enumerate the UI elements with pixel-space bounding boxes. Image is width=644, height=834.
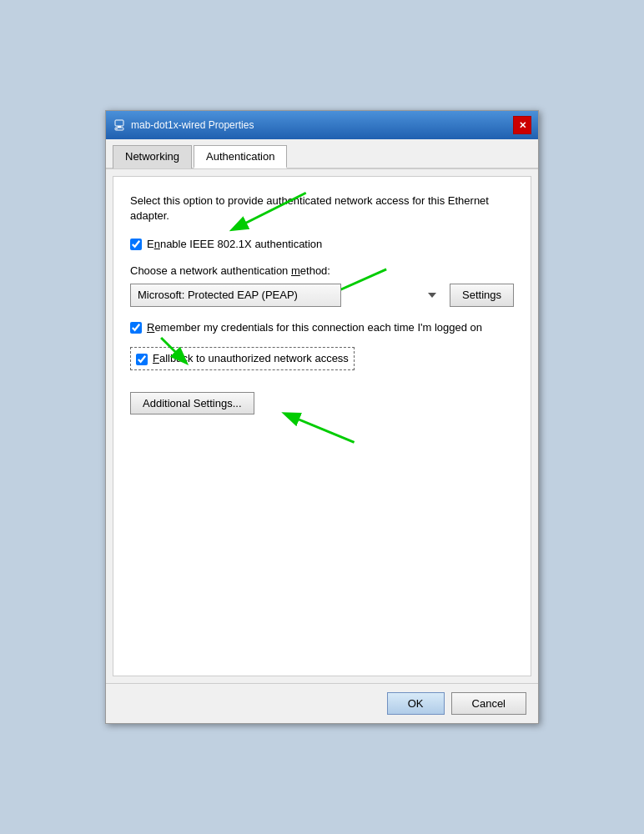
properties-window: mab-dot1x-wired Properties ✕ Networking … bbox=[105, 110, 539, 724]
fallback-dotted-border: Fallback to unauthorized network access bbox=[130, 347, 355, 370]
svg-line-7 bbox=[286, 414, 355, 443]
settings-button[interactable]: Settings bbox=[450, 284, 514, 307]
enable-checkbox-row: EnEnable IEEE 802.1X authenticationnable… bbox=[130, 237, 514, 252]
enable-ieee-label: EnEnable IEEE 802.1X authenticationnable… bbox=[147, 237, 322, 252]
fallback-checkbox-row: Fallback to unauthorized network access bbox=[130, 347, 514, 370]
svg-point-3 bbox=[116, 128, 118, 130]
method-label: Choose a network authentication method: bbox=[130, 264, 514, 277]
fallback-checkbox[interactable] bbox=[136, 354, 148, 365]
additional-settings-button[interactable]: Additional Settings... bbox=[130, 392, 254, 414]
tab-bar: Networking Authentication bbox=[106, 139, 538, 169]
tab-authentication[interactable]: Authentication bbox=[194, 145, 287, 168]
enable-ieee-checkbox[interactable] bbox=[130, 239, 142, 250]
svg-rect-0 bbox=[115, 120, 123, 126]
title-bar: mab-dot1x-wired Properties ✕ bbox=[106, 111, 538, 139]
window-title: mab-dot1x-wired Properties bbox=[131, 119, 254, 131]
cancel-button[interactable]: Cancel bbox=[451, 692, 526, 715]
description-text: Select this option to provide authentica… bbox=[130, 193, 514, 224]
dropdown-arrow-icon bbox=[428, 293, 436, 298]
ok-button[interactable]: OK bbox=[387, 692, 445, 715]
auth-method-dropdown[interactable]: Microsoft: Protected EAP (PEAP) Microsof… bbox=[130, 284, 341, 307]
additional-settings-area: Additional Settings... bbox=[130, 384, 514, 414]
remember-credentials-checkbox[interactable] bbox=[130, 322, 142, 334]
remember-checkbox-row: Remember my credentials for this connect… bbox=[130, 320, 514, 335]
remember-credentials-label: Remember my credentials for this connect… bbox=[147, 320, 482, 335]
window-footer: OK Cancel bbox=[106, 683, 538, 723]
network-icon bbox=[113, 118, 126, 132]
tab-networking[interactable]: Networking bbox=[113, 145, 192, 168]
close-button[interactable]: ✕ bbox=[513, 116, 531, 134]
fallback-label: Fallback to unauthorized network access bbox=[153, 351, 349, 366]
tab-content-authentication: Select this option to provide authentica… bbox=[113, 176, 531, 676]
dropdown-row: Microsoft: Protected EAP (PEAP) Microsof… bbox=[130, 284, 514, 307]
dropdown-wrapper: Microsoft: Protected EAP (PEAP) Microsof… bbox=[130, 284, 441, 307]
title-bar-left: mab-dot1x-wired Properties bbox=[113, 118, 254, 132]
